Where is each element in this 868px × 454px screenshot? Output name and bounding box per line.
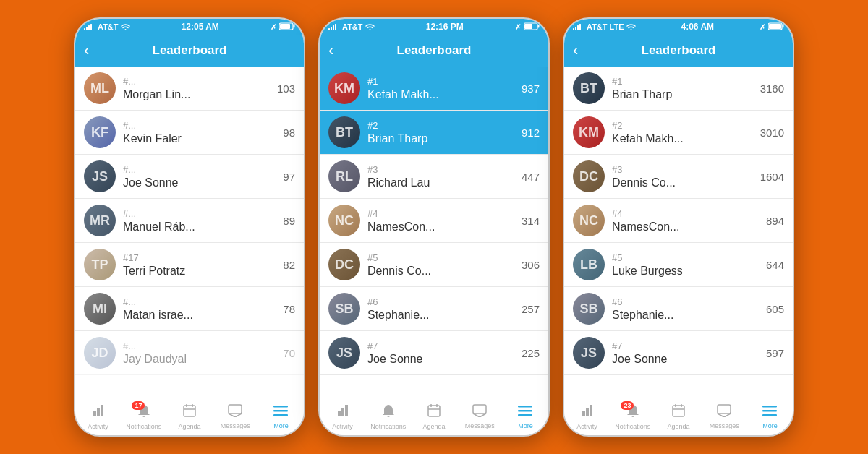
svg-rect-35	[579, 24, 581, 30]
activity-icon	[336, 403, 350, 421]
score-label: 257	[522, 303, 540, 315]
avatar: MI	[84, 293, 116, 325]
more-label: More	[273, 422, 289, 429]
svg-rect-6	[293, 25, 294, 27]
list-item[interactable]: DC #3 Dennis Co... 1604	[564, 155, 793, 199]
list-item[interactable]: JS #... Joe Sonne 97	[75, 155, 304, 199]
score-label: 937	[522, 82, 540, 95]
avatar: SB	[328, 293, 360, 325]
rank-label: #1	[612, 76, 760, 87]
notifications-label: Notifications	[370, 423, 406, 430]
back-button[interactable]: ‹	[84, 43, 89, 59]
rank-label: #7	[367, 340, 522, 351]
bluetooth-icon: ✗	[515, 23, 521, 31]
name-label: Brian Tharp	[612, 88, 760, 101]
svg-rect-8	[184, 406, 195, 416]
tab-item-agenda[interactable]: Agenda	[411, 398, 456, 435]
svg-rect-45	[762, 406, 777, 408]
avatar-face: SB	[328, 293, 360, 325]
tab-item-messages[interactable]: Messages	[457, 398, 503, 435]
messages-label: Messages	[221, 422, 250, 429]
list-item[interactable]: ML #... Morgan Lin... 103	[75, 67, 304, 111]
rank-label: #...	[123, 76, 277, 87]
activity-label: Activity	[332, 423, 353, 430]
svg-rect-40	[673, 406, 684, 416]
rank-name: #5 Dennis Co...	[367, 252, 522, 278]
messages-label: Messages	[465, 422, 495, 429]
score-label: 605	[766, 303, 784, 315]
activity-label: Activity	[576, 423, 597, 430]
rank-label: #2	[612, 120, 760, 131]
list-item[interactable]: KM #2 Kefah Makh... 3010	[564, 111, 793, 155]
list-item[interactable]: TP #17 Terri Potratz 82	[75, 243, 304, 287]
avatar: RL	[328, 160, 360, 192]
rank-name: #5 Luke Burgess	[612, 252, 766, 278]
svg-point-36	[630, 29, 631, 30]
rank-label: #3	[367, 164, 522, 175]
svg-rect-24	[428, 406, 440, 416]
avatar-face: JS	[84, 160, 116, 192]
list-item[interactable]: LB #5 Luke Burgess 644	[564, 243, 793, 287]
tab-item-activity[interactable]: Activity	[75, 398, 121, 435]
tab-item-notifications[interactable]: Notifications	[365, 398, 411, 435]
svg-rect-34	[577, 25, 579, 30]
list-item[interactable]: JS #7 Joe Sonne 225	[320, 331, 548, 375]
svg-rect-39	[769, 24, 781, 29]
tab-item-activity[interactable]: Activity	[564, 398, 610, 435]
svg-point-4	[124, 29, 126, 30]
rank-name: #2 Kefah Makh...	[612, 120, 760, 145]
tab-item-messages[interactable]: Messages	[213, 398, 258, 435]
list-item[interactable]: NC #4 NamesCon... 314	[320, 199, 548, 243]
tab-item-more[interactable]: More	[258, 398, 304, 435]
activity-icon	[580, 403, 595, 421]
score-label: 97	[283, 171, 295, 183]
messages-icon	[717, 404, 731, 421]
rank-name: #3 Dennis Co...	[612, 164, 760, 189]
rank-name: #3 Richard Lau	[367, 164, 522, 189]
list-item[interactable]: JS #7 Joe Sonne 597	[564, 331, 793, 375]
list-item[interactable]: KM #1 Kefah Makh... 937	[320, 67, 548, 111]
tab-item-notifications[interactable]: 17 Notifications	[121, 398, 166, 435]
tab-item-more[interactable]: More	[747, 398, 793, 435]
tab-item-messages[interactable]: Messages	[702, 398, 747, 435]
tab-badge: 17	[132, 401, 145, 410]
svg-rect-33	[575, 27, 576, 30]
svg-rect-17	[331, 27, 332, 30]
list-item[interactable]: MR #... Manuel Ráb... 89	[75, 199, 304, 243]
list-item[interactable]: MI #... Matan israe... 78	[75, 287, 304, 331]
svg-rect-14	[273, 410, 288, 412]
back-button[interactable]: ‹	[573, 43, 578, 59]
tab-item-more[interactable]: More	[503, 398, 548, 435]
svg-rect-19	[335, 24, 336, 30]
svg-rect-22	[537, 25, 539, 27]
name-label: Jay Daudyal	[123, 353, 283, 366]
list-item[interactable]: DC #5 Dennis Co... 306	[320, 243, 548, 287]
list-item[interactable]: NC #4 NamesCon... 894	[564, 199, 793, 243]
list-item[interactable]: BT #2 Brian Tharp 912	[320, 111, 548, 155]
list-item[interactable]: SB #6 Stephanie... 605	[564, 287, 793, 331]
name-label: Joe Sonne	[367, 353, 522, 366]
avatar-face: SB	[573, 293, 605, 325]
avatar: JS	[84, 160, 116, 192]
list-item[interactable]: KF #... Kevin Faler 98	[75, 111, 304, 155]
back-button[interactable]: ‹	[328, 43, 333, 59]
rank-label: #...	[123, 296, 283, 307]
name-label: Dennis Co...	[367, 265, 522, 278]
tab-item-activity[interactable]: Activity	[320, 398, 365, 435]
list-item[interactable]: SB #6 Stephanie... 257	[320, 287, 548, 331]
list-item[interactable]: BT #1 Brian Tharp 3160	[564, 67, 793, 111]
list-item[interactable]: JD #... Jay Daudyal 70	[75, 331, 304, 375]
more-icon	[518, 404, 532, 421]
tab-item-agenda[interactable]: Agenda	[166, 398, 212, 435]
name-label: Matan israe...	[123, 309, 283, 322]
rank-name: #4 NamesCon...	[367, 208, 522, 234]
score-label: 447	[522, 171, 540, 183]
tab-item-agenda[interactable]: Agenda	[655, 398, 701, 435]
status-time: 12:16 PM	[426, 22, 464, 32]
svg-rect-2	[88, 25, 90, 30]
list-item[interactable]: RL #3 Richard Lau 447	[320, 155, 548, 199]
avatar-face: DC	[328, 249, 360, 280]
avatar: ML	[84, 72, 116, 104]
tab-item-notifications[interactable]: 23 Notifications	[610, 398, 655, 435]
battery-icon	[768, 22, 784, 32]
